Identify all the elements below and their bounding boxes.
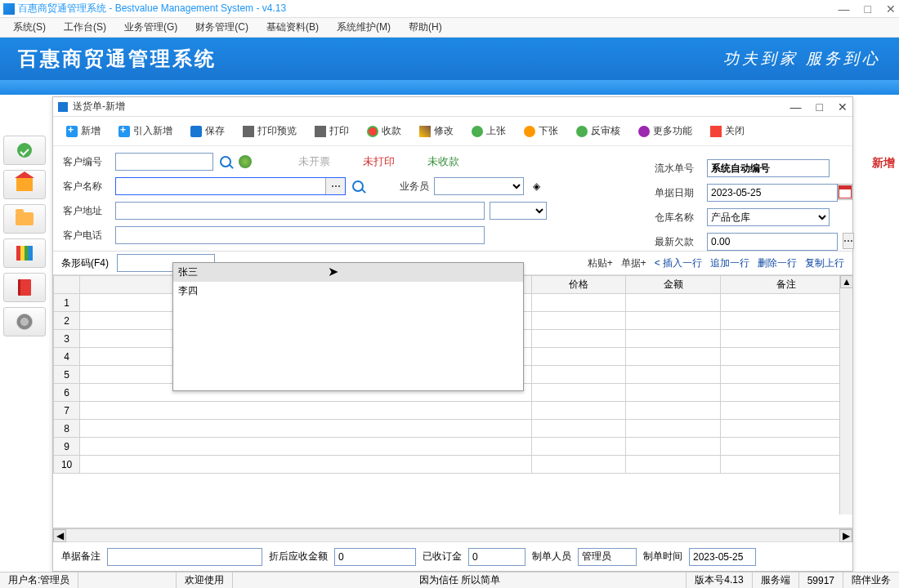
create-time-input[interactable] <box>689 548 756 566</box>
left-btn-folder[interactable] <box>3 204 46 234</box>
cust-name-dropdown-btn[interactable]: ⋯ <box>325 178 345 194</box>
menu-system[interactable]: 系统(S) <box>5 19 54 36</box>
dropdown-option[interactable]: 张三 <box>173 263 523 282</box>
table-row[interactable]: 9 <box>54 438 852 456</box>
salesman-select[interactable] <box>434 177 524 195</box>
tb-next[interactable]: 下张 <box>519 122 563 140</box>
tb-print[interactable]: 打印 <box>310 122 354 140</box>
remark-input[interactable] <box>107 548 262 566</box>
printer-icon <box>243 126 254 137</box>
append-row-link[interactable]: 追加一行 <box>710 256 749 270</box>
dropdown-option[interactable]: 李四 <box>173 282 523 301</box>
child-title-text: 送货单-新增 <box>73 100 125 114</box>
rownum: 5 <box>54 366 80 384</box>
left-btn-home[interactable] <box>3 170 46 199</box>
tb-more[interactable]: 更多功能 <box>633 122 697 140</box>
status-welcome: 欢迎使用 <box>177 572 233 588</box>
paste-button[interactable]: 粘贴+ <box>588 256 613 270</box>
brand-title: 百惠商贸通管理系统 <box>18 46 217 72</box>
table-row[interactable]: 8 <box>54 420 852 438</box>
more-icon <box>638 126 650 137</box>
menu-help[interactable]: 帮助(H) <box>400 19 450 36</box>
lbl-create-time: 制单时间 <box>643 550 682 564</box>
left-btn-settings[interactable] <box>3 307 46 336</box>
lbl-after-discount: 折后应收金额 <box>269 550 328 564</box>
salesman-btn[interactable]: ◈ <box>529 179 543 194</box>
menu-workbench[interactable]: 工作台(S) <box>56 19 114 36</box>
tb-edit[interactable]: 修改 <box>414 122 458 140</box>
tb-new[interactable]: 新增 <box>61 122 105 140</box>
menu-basicdata[interactable]: 基础资料(B) <box>258 19 327 36</box>
flow-no-input[interactable] <box>707 159 830 177</box>
col-price[interactable]: 价格 <box>532 276 626 294</box>
tb-preview[interactable]: 打印预览 <box>238 122 302 140</box>
maximize-button[interactable]: □ <box>865 2 871 16</box>
last-debt-more[interactable]: ⋯ <box>843 233 854 249</box>
menu-finance[interactable]: 财务管理(C) <box>187 19 257 36</box>
tb-import[interactable]: 引入新增 <box>114 122 177 140</box>
lbl-last-debt: 最新欠款 <box>655 233 700 251</box>
child-minimize-button[interactable]: — <box>790 100 802 114</box>
left-btn-check[interactable] <box>3 136 46 165</box>
scroll-up-icon[interactable]: ▲ <box>840 275 852 288</box>
tb-prev[interactable]: 上张 <box>467 122 511 140</box>
tb-receive[interactable]: 收款 <box>362 122 406 140</box>
main-title-text: 百惠商贸通管理系统 - Bestvalue Management System … <box>18 2 286 16</box>
cust-no-input[interactable] <box>115 153 213 171</box>
child-maximize-button[interactable]: □ <box>816 100 823 114</box>
vertical-scrollbar[interactable]: ▲ <box>839 275 852 514</box>
table-row[interactable]: 7 <box>54 402 852 420</box>
child-window-buttons: — □ ✕ <box>790 100 848 114</box>
cust-no-search[interactable] <box>218 154 233 169</box>
tb-unapprove[interactable]: 反审核 <box>571 122 625 140</box>
docplus-button[interactable]: 单据+ <box>621 256 646 270</box>
status-unprint: 未打印 <box>363 154 395 169</box>
ordered-input[interactable] <box>468 548 526 566</box>
copy-row-link[interactable]: 复制上行 <box>805 256 844 270</box>
search-icon <box>352 180 364 192</box>
menu-maintenance[interactable]: 系统维护(M) <box>329 19 399 36</box>
delete-row-link[interactable]: 删除一行 <box>758 256 797 270</box>
cust-name-combo[interactable]: ⋯ <box>115 177 346 195</box>
cust-addr-input[interactable] <box>115 202 485 220</box>
warehouse-select[interactable]: 产品仓库 <box>707 208 830 226</box>
rownum: 8 <box>54 420 80 438</box>
minimize-button[interactable]: — <box>839 2 850 16</box>
col-amount[interactable]: 金额 <box>626 276 720 294</box>
child-title: 送货单-新增 <box>58 100 125 114</box>
folder-icon <box>16 212 34 225</box>
creator-input[interactable] <box>578 548 637 566</box>
child-close-button[interactable]: ✕ <box>838 100 848 114</box>
cust-name-input[interactable] <box>116 178 325 194</box>
left-btn-book[interactable] <box>3 273 46 302</box>
after-discount-input[interactable] <box>334 548 416 566</box>
col-remark[interactable]: 备注 <box>720 276 852 294</box>
tb-close[interactable]: 关闭 <box>705 122 749 140</box>
insert-row-link[interactable]: < 插入一行 <box>655 256 702 270</box>
chart-icon <box>16 246 33 261</box>
cust-name-search[interactable] <box>351 179 365 194</box>
left-btn-chart[interactable] <box>3 238 46 268</box>
check-icon <box>17 143 32 158</box>
printer-icon <box>315 126 326 137</box>
cust-tel-input[interactable] <box>115 226 485 244</box>
cust-no-globe[interactable] <box>238 154 253 169</box>
book-icon <box>18 279 31 296</box>
badge-new: 新增 <box>872 156 895 171</box>
menu-business[interactable]: 业务管理(G) <box>116 19 186 36</box>
table-row[interactable]: 10 <box>54 456 852 474</box>
horizontal-scrollbar[interactable]: ◀ ▶ <box>53 528 852 541</box>
doc-date-picker[interactable] <box>838 184 852 200</box>
tb-save[interactable]: 保存 <box>186 122 230 140</box>
status-server: 服务端 <box>753 572 799 588</box>
cust-addr-select[interactable] <box>490 202 547 220</box>
scroll-right-icon[interactable]: ▶ <box>839 529 852 542</box>
last-debt-input[interactable] <box>707 233 838 251</box>
wrench-icon <box>419 126 431 137</box>
doc-date-input[interactable] <box>707 184 838 202</box>
close-button[interactable]: ✕ <box>886 2 896 16</box>
child-footer: 单据备注 折后应收金额 已收订金 制单人员 制单时间 <box>53 541 852 571</box>
rownum: 6 <box>54 384 80 402</box>
scroll-left-icon[interactable]: ◀ <box>53 529 66 542</box>
plus-icon <box>66 126 78 137</box>
